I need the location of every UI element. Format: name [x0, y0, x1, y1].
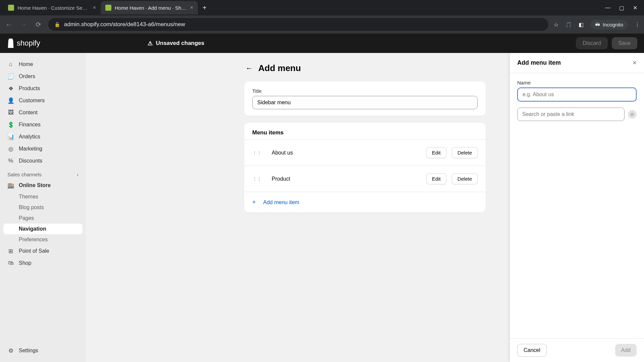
close-panel-button[interactable]: × — [633, 59, 637, 67]
address-bar: ← → ⟳ 🔒 admin.shopify.com/store/de8143-a… — [0, 15, 644, 34]
nav-label: Customers — [19, 98, 45, 104]
sidebar-item-point-of-sale[interactable]: ⊞Point of Sale — [3, 245, 83, 257]
link-row: ⊘ — [517, 108, 637, 121]
pos-icon: ⊞ — [7, 248, 14, 254]
nav-label: Home — [19, 61, 33, 67]
products-icon: ❖ — [7, 85, 14, 92]
add-menu-item-row[interactable]: + Add menu item — [244, 192, 486, 213]
edit-button[interactable]: Edit — [426, 173, 446, 184]
shopify-bag-icon — [7, 39, 15, 48]
add-menu-item-label: Add menu item — [263, 199, 300, 205]
marketing-icon: ◎ — [7, 145, 14, 152]
back-arrow-icon[interactable]: ← — [246, 64, 253, 73]
gear-icon: ⚙ — [7, 347, 14, 354]
maximize-icon[interactable]: ▢ — [619, 5, 624, 11]
close-window-icon[interactable]: ✕ — [633, 5, 637, 11]
sub-item-preferences[interactable]: Preferences — [3, 234, 83, 245]
sidebar-item-orders[interactable]: 🧾Orders — [3, 70, 83, 82]
tab-title: Home Haven · Customize Sense — [17, 5, 90, 11]
menu-item-row: ⋮⋮ Product Edit Delete — [244, 166, 486, 192]
delete-button[interactable]: Delete — [452, 147, 478, 158]
save-button[interactable]: Save — [612, 37, 637, 49]
nav-label: Products — [19, 85, 40, 92]
star-icon[interactable]: ☆ — [554, 21, 558, 28]
menu-item-label: About us — [267, 150, 421, 156]
sub-item-blog-posts[interactable]: Blog posts — [3, 202, 83, 213]
sidebar-item-settings[interactable]: ⚙Settings — [3, 345, 83, 357]
nav-label: Point of Sale — [19, 248, 49, 254]
plus-icon: + — [252, 199, 256, 206]
name-field-label: Name — [517, 80, 637, 85]
menu-items-card: Menu items ⋮⋮ About us Edit Delete ⋮⋮ Pr… — [244, 123, 486, 213]
discard-button[interactable]: Discard — [576, 37, 607, 49]
tab-close-icon[interactable]: × — [93, 5, 96, 11]
sidebar-item-discounts[interactable]: %Discounts — [3, 155, 83, 167]
delete-button[interactable]: Delete — [452, 173, 478, 184]
drag-handle-icon[interactable]: ⋮⋮ — [252, 176, 262, 182]
name-input[interactable] — [517, 87, 637, 102]
nav-label: Discounts — [19, 158, 42, 164]
chevron-right-icon[interactable]: › — [77, 172, 78, 177]
finances-icon: 💲 — [7, 121, 14, 128]
window-controls: — ▢ ✕ — [605, 5, 644, 11]
panel-title: Add menu item — [517, 59, 561, 66]
page-title: Add menu — [258, 63, 301, 73]
discounts-icon: % — [7, 158, 14, 164]
sidebar-item-products[interactable]: ❖Products — [3, 82, 83, 95]
title-input[interactable] — [252, 96, 478, 109]
cancel-button[interactable]: Cancel — [517, 344, 547, 357]
browser-tab-active[interactable]: Home Haven · Add menu · Shop × — [101, 1, 198, 14]
add-button[interactable]: Add — [615, 344, 637, 357]
topbar-actions: Discard Save — [576, 37, 637, 49]
sub-item-navigation[interactable]: Navigation — [3, 224, 83, 234]
new-tab-button[interactable]: + — [198, 4, 211, 12]
sidebar-item-finances[interactable]: 💲Finances — [3, 119, 83, 131]
nav-label: Online Store — [19, 182, 51, 188]
nav-label: Finances — [19, 122, 41, 128]
sub-item-pages[interactable]: Pages — [3, 213, 83, 224]
sidebar-item-shop[interactable]: 🛍Shop — [3, 257, 83, 269]
sidebar-item-analytics[interactable]: 📊Analytics — [3, 131, 83, 143]
menu-icon[interactable]: ⋮ — [635, 21, 640, 28]
sidebar-item-customers[interactable]: 👤Customers — [3, 95, 83, 107]
sidebar-bottom: ⚙Settings — [3, 345, 83, 357]
nav-label: Orders — [19, 73, 35, 79]
add-menu-item-panel: Add menu item × Name ⊘ Cancel Add — [510, 53, 644, 362]
url-field[interactable]: 🔒 admin.shopify.com/store/de8143-a6/menu… — [48, 18, 548, 31]
shopify-logo[interactable]: shopify — [7, 39, 40, 48]
menu-item-label: Product — [267, 176, 421, 182]
favicon-icon — [105, 5, 111, 11]
shop-icon: 🛍 — [7, 260, 14, 266]
music-icon[interactable]: 🎵 — [565, 21, 572, 28]
back-button[interactable]: ← — [4, 20, 13, 29]
sidebar-item-online-store[interactable]: 🏬Online Store — [3, 179, 83, 191]
panel-header: Add menu item × — [510, 53, 644, 73]
content-icon: 🖼 — [7, 109, 14, 116]
sidebar-item-home[interactable]: ⌂Home — [3, 58, 83, 70]
tab-title: Home Haven · Add menu · Shop — [115, 5, 187, 11]
sub-item-themes[interactable]: Themes — [3, 191, 83, 202]
incognito-label: Incognito — [603, 22, 623, 27]
warning-icon: ⚠ — [148, 40, 153, 47]
link-input[interactable] — [517, 108, 625, 121]
minimize-icon[interactable]: — — [605, 5, 610, 11]
shopify-topbar: shopify ⚠ Unsaved changes Discard Save — [0, 34, 644, 53]
clear-link-icon[interactable]: ⊘ — [628, 110, 637, 119]
browser-tab[interactable]: Home Haven · Customize Sense × — [3, 1, 101, 14]
sidebar-item-content[interactable]: 🖼Content — [3, 107, 83, 119]
side-panel-icon[interactable]: ◧ — [579, 21, 584, 28]
unsaved-label: Unsaved changes — [156, 40, 205, 47]
home-icon: ⌂ — [7, 61, 14, 68]
customers-icon: 👤 — [7, 97, 14, 104]
edit-button[interactable]: Edit — [426, 147, 446, 158]
nav-label: Marketing — [19, 146, 42, 152]
forward-button[interactable]: → — [19, 20, 28, 29]
menu-item-row: ⋮⋮ About us Edit Delete — [244, 139, 486, 166]
tab-close-icon[interactable]: × — [190, 5, 193, 11]
incognito-badge[interactable]: 🕶 Incognito — [590, 20, 628, 29]
title-card: Title — [244, 81, 486, 116]
sidebar-item-marketing[interactable]: ◎Marketing — [3, 143, 83, 155]
drag-handle-icon[interactable]: ⋮⋮ — [252, 150, 262, 156]
nav-label: Settings — [19, 348, 38, 354]
reload-button[interactable]: ⟳ — [34, 20, 43, 29]
